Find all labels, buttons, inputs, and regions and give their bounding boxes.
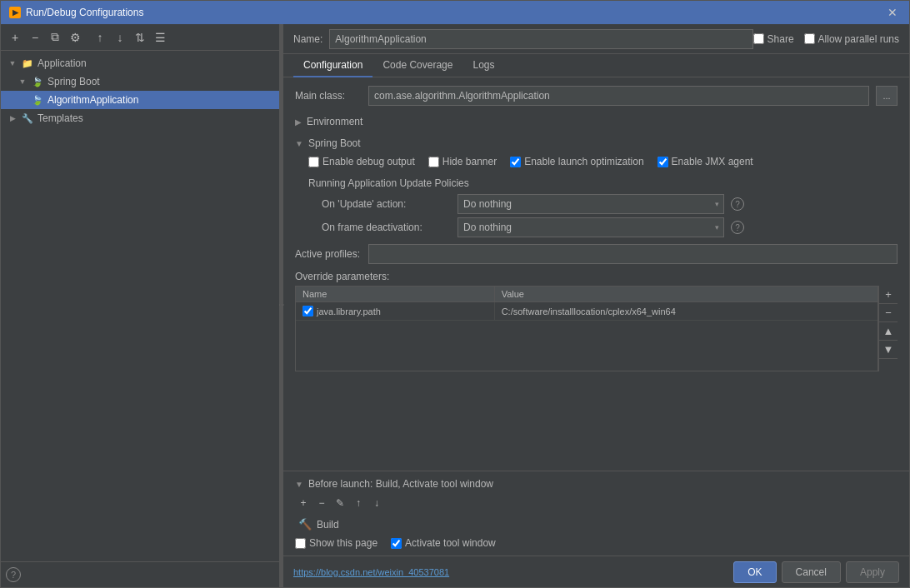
update-action-select[interactable]: Do nothing Update resources Update class… — [458, 194, 724, 214]
before-launch-arrow: ▼ — [295, 480, 303, 489]
update-help-icon[interactable]: ? — [731, 197, 744, 211]
top-bar-right: Share Allow parallel runs — [753, 33, 899, 45]
spring-boot-label: Spring Boot — [308, 137, 361, 149]
move-up-button[interactable]: ↑ — [91, 28, 109, 47]
scroll-up-button[interactable]: ▲ — [879, 322, 898, 341]
launch-opt-checkbox[interactable] — [510, 157, 521, 167]
browse-button[interactable]: ... — [876, 86, 898, 106]
main-content: + − ⧉ ⚙ ↑ ↓ ⇅ ☰ ▼ 📁 Application — [1, 24, 909, 587]
dialog-title: Run/Debug Configurations — [26, 7, 143, 18]
tab-logs[interactable]: Logs — [462, 54, 504, 77]
tab-configuration[interactable]: Configuration — [293, 54, 372, 77]
filter-button[interactable]: ☰ — [151, 28, 169, 47]
tab-code-coverage[interactable]: Code Coverage — [372, 54, 462, 77]
bottom-checkboxes: Show this page Activate tool window — [295, 537, 898, 549]
jmx-checkbox[interactable] — [658, 157, 668, 167]
share-checkbox-group: Share — [753, 33, 794, 45]
frame-deactivation-label: On frame deactivation: — [322, 222, 451, 233]
jmx-group: Enable JMX agent — [658, 156, 753, 167]
move-down-button[interactable]: ↓ — [111, 28, 129, 47]
frame-deactivation-wrapper: Do nothing Update resources Update class… — [458, 217, 724, 237]
add-param-button[interactable]: + — [879, 286, 898, 304]
before-launch-label: Before launch: Build, Activate tool wind… — [308, 478, 493, 490]
sb-arrow: ▼ — [295, 139, 303, 148]
edit-before-button[interactable]: ✎ — [332, 495, 348, 511]
move-before-up-button[interactable]: ↑ — [350, 495, 367, 511]
title-bar: ▶ Run/Debug Configurations ✕ — [1, 1, 909, 24]
params-table: Name Value java.library.path C:/software… — [295, 286, 878, 371]
name-label: Name: — [293, 33, 322, 45]
param-name: java.library.path — [317, 306, 381, 316]
env-arrow: ▶ — [295, 117, 302, 127]
update-action-label: On 'Update' action: — [322, 198, 451, 210]
running-app-policies-title: Running Application Update Policies — [308, 177, 898, 189]
add-config-button[interactable]: + — [6, 28, 24, 47]
update-action-row: On 'Update' action: Do nothing Update re… — [322, 194, 898, 214]
launch-opt-label: Enable launch optimization — [524, 156, 643, 167]
debug-checkbox-group: Enable debug output — [308, 156, 415, 167]
ok-button[interactable]: OK — [733, 561, 776, 583]
show-page-label: Show this page — [309, 537, 378, 549]
allow-parallel-label: Allow parallel runs — [818, 33, 899, 45]
springboot-app-icon: 🍃 — [31, 93, 44, 107]
name-input[interactable] — [329, 29, 752, 49]
launch-opt-group: Enable launch optimization — [510, 156, 643, 167]
show-page-group: Show this page — [295, 537, 378, 549]
scroll-down-button[interactable]: ▼ — [879, 341, 898, 359]
templates-icon: 🔧 — [21, 112, 34, 125]
help-button[interactable]: ? — [6, 567, 21, 582]
activate-tool-checkbox[interactable] — [391, 538, 402, 549]
hide-banner-group: Hide banner — [428, 156, 497, 167]
move-before-down-button[interactable]: ↓ — [368, 495, 385, 511]
sort-button[interactable]: ⇅ — [131, 28, 149, 47]
table-header: Name Value — [296, 287, 878, 302]
activate-tool-label: Activate tool window — [405, 537, 496, 549]
spring-boot-section: ▼ Spring Boot Enable debug output Hide b… — [295, 137, 898, 237]
cancel-button[interactable]: Cancel — [782, 561, 841, 583]
main-class-label: Main class: — [295, 90, 362, 102]
col-name-header: Name — [296, 287, 495, 301]
build-icon: 🔨 — [298, 518, 312, 531]
allow-parallel-checkbox[interactable] — [804, 33, 815, 44]
add-before-button[interactable]: + — [295, 495, 312, 511]
environment-section[interactable]: ▶ Environment — [295, 112, 898, 131]
bottom-right: OK Cancel Apply — [733, 561, 899, 583]
debug-checkbox[interactable] — [308, 157, 319, 167]
params-table-wrapper: Name Value java.library.path C:/software… — [295, 286, 898, 371]
table-row[interactable]: java.library.path C:/software/installloc… — [296, 302, 878, 321]
bottom-left: https://blog.csdn.net/weixin_40537081 — [293, 567, 449, 577]
remove-param-button[interactable]: − — [879, 304, 898, 322]
tree-item-springboot[interactable]: ▼ 🍃 Spring Boot — [1, 72, 279, 91]
tree-item-algorithm-app[interactable]: 🍃 AlgorithmApplication — [1, 91, 279, 109]
tree-item-application[interactable]: ▼ 📁 Application — [1, 54, 279, 72]
update-action-wrapper: Do nothing Update resources Update class… — [458, 194, 724, 214]
expand-arrow: ▼ — [8, 58, 18, 68]
jmx-label: Enable JMX agent — [672, 156, 753, 167]
show-page-checkbox[interactable] — [295, 538, 306, 549]
override-params-section: Override parameters: Name Value java.lib… — [295, 271, 898, 371]
folder-icon: 📁 — [21, 57, 34, 70]
remove-before-button[interactable]: − — [313, 495, 330, 511]
main-class-input[interactable] — [368, 86, 869, 106]
apply-button[interactable]: Apply — [846, 561, 899, 583]
run-debug-dialog: ▶ Run/Debug Configurations ✕ + − ⧉ ⚙ ↑ ↓… — [0, 0, 910, 588]
param-checkbox[interactable] — [302, 306, 313, 316]
remove-config-button[interactable]: − — [26, 28, 44, 47]
frame-deactivation-select[interactable]: Do nothing Update resources Update class… — [458, 217, 724, 237]
name-field-group: Name: — [293, 29, 753, 49]
tree-item-templates[interactable]: ▶ 🔧 Templates — [1, 109, 279, 127]
frame-deactivation-row: On frame deactivation: Do nothing Update… — [322, 217, 898, 237]
url-link[interactable]: https://blog.csdn.net/weixin_40537081 — [293, 567, 449, 577]
spring-boot-collapse[interactable]: ▼ Spring Boot — [295, 137, 898, 149]
tabs: Configuration Code Coverage Logs — [283, 54, 909, 77]
copy-config-button[interactable]: ⧉ — [46, 28, 64, 47]
close-button[interactable]: ✕ — [884, 6, 901, 19]
frame-help-icon[interactable]: ? — [731, 221, 744, 234]
share-checkbox[interactable] — [753, 33, 764, 44]
tree-label-springboot: Spring Boot — [48, 76, 100, 87]
active-profiles-input[interactable] — [368, 244, 898, 264]
hide-banner-checkbox[interactable] — [428, 157, 439, 167]
environment-label: Environment — [307, 116, 362, 127]
settings-button[interactable]: ⚙ — [66, 28, 84, 47]
main-class-row: Main class: ... — [295, 86, 898, 106]
